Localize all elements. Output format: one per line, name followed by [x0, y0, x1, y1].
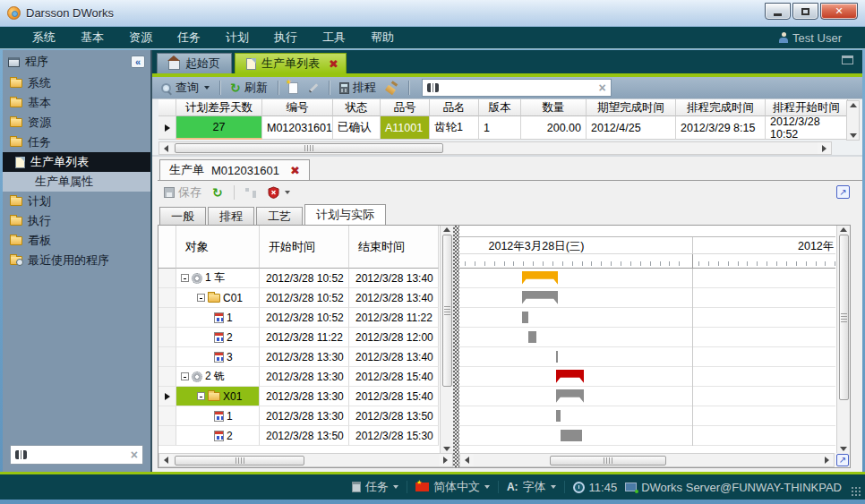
- sidebar-item[interactable]: 任务: [3, 132, 150, 152]
- tree-row[interactable]: 12012/3/28 13:302012/3/28 13:50: [158, 406, 439, 426]
- collapse-sidebar-button[interactable]: «: [131, 56, 145, 68]
- tree-node[interactable]: 1: [176, 406, 259, 425]
- tree-column-header[interactable]: 结束时间: [349, 226, 439, 269]
- tree-row[interactable]: 2 铣2012/3/28 13:302012/3/28 15:40: [158, 367, 439, 387]
- scroll-right-button[interactable]: [439, 454, 452, 466]
- gantt-bar[interactable]: [556, 370, 584, 383]
- scroll-thumb[interactable]: [839, 235, 849, 400]
- close-detail-tab-icon[interactable]: ✖: [290, 165, 300, 176]
- column-header[interactable]: 状态: [333, 99, 381, 116]
- dropdown-icon[interactable]: [393, 485, 398, 489]
- subtab-item[interactable]: 排程: [208, 207, 254, 225]
- user-indicator[interactable]: Test User: [779, 31, 842, 45]
- splitter-handle[interactable]: [453, 226, 459, 467]
- query-button[interactable]: 查询: [158, 78, 212, 98]
- tree-object-cell[interactable]: 1 车: [176, 269, 260, 288]
- schedule-button[interactable]: 排程: [337, 78, 379, 98]
- menu-item[interactable]: 任务: [165, 27, 213, 48]
- gantt-bar[interactable]: [556, 410, 561, 422]
- minimize-button[interactable]: [765, 3, 791, 20]
- status-language-selector[interactable]: 简体中文: [415, 479, 490, 495]
- close-button[interactable]: ✕: [820, 3, 858, 20]
- column-header[interactable]: 计划差异天数: [176, 99, 262, 116]
- tree-expander-icon[interactable]: [181, 372, 189, 380]
- toolbar-search-input[interactable]: [443, 81, 595, 94]
- gantt-bar[interactable]: [522, 291, 559, 304]
- column-header[interactable]: 品号: [381, 99, 430, 116]
- grid-hscrollbar[interactable]: [158, 141, 832, 155]
- save-button[interactable]: 保存: [161, 183, 204, 202]
- tree-expander-icon[interactable]: [197, 392, 205, 400]
- subtab-item[interactable]: 一般: [159, 207, 206, 225]
- scroll-down-button[interactable]: [840, 447, 847, 451]
- scroll-left-button[interactable]: [460, 454, 474, 466]
- shield-dropdown-icon[interactable]: [285, 191, 290, 194]
- dropdown-icon[interactable]: [484, 485, 490, 489]
- scroll-up-button[interactable]: [443, 227, 450, 232]
- flow-button[interactable]: [243, 186, 260, 200]
- gantt-vscrollbar[interactable]: [836, 226, 850, 453]
- status-task-selector[interactable]: 任务: [352, 479, 398, 495]
- tree-node[interactable]: 2: [176, 328, 259, 346]
- menu-item[interactable]: 基本: [68, 27, 116, 48]
- clear-search-icon[interactable]: ×: [599, 81, 606, 94]
- tree-node[interactable]: 2 铣: [176, 367, 259, 386]
- tree-column-header[interactable]: 对象: [176, 226, 260, 269]
- maximize-button[interactable]: [792, 3, 818, 20]
- tree-column-header[interactable]: 开始时间: [260, 226, 349, 269]
- column-header[interactable]: 数量: [521, 99, 587, 116]
- refresh-detail-button[interactable]: ↻: [210, 184, 226, 201]
- tree-object-cell[interactable]: C01: [176, 288, 260, 308]
- scroll-thumb[interactable]: [175, 456, 304, 466]
- tree-row[interactable]: C012012/3/28 10:522012/3/28 13:40: [158, 288, 439, 308]
- open-external-icon[interactable]: ↗: [836, 185, 850, 199]
- tree-vscrollbar[interactable]: [440, 226, 453, 453]
- tree-object-cell[interactable]: 1: [176, 308, 260, 328]
- edit-button[interactable]: [305, 85, 321, 91]
- clear-search-icon[interactable]: ×: [131, 448, 138, 461]
- tree-expander-icon[interactable]: [197, 294, 205, 302]
- sidebar-item[interactable]: 执行: [3, 211, 150, 231]
- sidebar-item[interactable]: 最近使用的程序: [3, 251, 150, 270]
- sidebar-item[interactable]: 生产单属性: [3, 172, 150, 192]
- float-window-icon[interactable]: [842, 56, 853, 64]
- sidebar-search-input[interactable]: [31, 448, 126, 461]
- tree-object-cell[interactable]: X01: [176, 387, 260, 406]
- new-button[interactable]: [286, 81, 301, 96]
- tree-node[interactable]: 1 车: [176, 269, 259, 287]
- sidebar-item[interactable]: 生产单列表: [3, 152, 150, 172]
- gantt-bar[interactable]: [556, 351, 559, 363]
- tree-node[interactable]: 1: [176, 308, 259, 327]
- scroll-down-button[interactable]: [850, 133, 857, 138]
- scroll-thumb[interactable]: [442, 235, 452, 387]
- tree-node[interactable]: C01: [176, 288, 259, 307]
- tree-row[interactable]: 22012/3/28 11:222012/3/28 12:00: [158, 328, 439, 347]
- subtab-item[interactable]: 工艺: [256, 207, 303, 225]
- tree-object-cell[interactable]: 2: [176, 328, 260, 347]
- column-header[interactable]: 版本: [479, 99, 521, 116]
- sidebar-item[interactable]: 看板: [3, 231, 150, 251]
- gantt-bar[interactable]: [556, 389, 584, 403]
- menu-item[interactable]: 系统: [20, 27, 68, 48]
- menu-item[interactable]: 资源: [116, 27, 165, 48]
- tree-node[interactable]: 2: [176, 426, 259, 445]
- scroll-left-button[interactable]: [159, 454, 173, 466]
- dropdown-icon[interactable]: [551, 485, 556, 489]
- column-header[interactable]: 排程开始时间: [766, 99, 848, 116]
- column-header[interactable]: 排程完成时间: [676, 99, 766, 116]
- refresh-button[interactable]: ↻ 刷新: [227, 78, 270, 98]
- gantt-bar[interactable]: [528, 331, 536, 343]
- tree-expander-icon[interactable]: [181, 274, 189, 282]
- tree-row[interactable]: 22012/3/28 13:502012/3/28 15:30: [158, 426, 439, 446]
- sidebar-item[interactable]: 基本: [3, 93, 150, 113]
- scroll-up-button[interactable]: [840, 227, 847, 232]
- close-tab-icon[interactable]: ✖: [329, 58, 338, 70]
- grid-row[interactable]: 27M012031601已确认A11001齿轮11200.002012/4/25…: [158, 116, 848, 140]
- gantt-bar[interactable]: [522, 271, 559, 285]
- tree-object-cell[interactable]: 2 铣: [176, 367, 260, 387]
- tree-node[interactable]: X01: [176, 387, 259, 406]
- resize-grip[interactable]: [851, 486, 861, 497]
- detail-tab[interactable]: 生产单 M012031601 ✖: [159, 159, 310, 180]
- tree-row[interactable]: 1 车2012/3/28 10:522012/3/28 13:40: [158, 269, 439, 288]
- scroll-up-button[interactable]: [850, 103, 857, 107]
